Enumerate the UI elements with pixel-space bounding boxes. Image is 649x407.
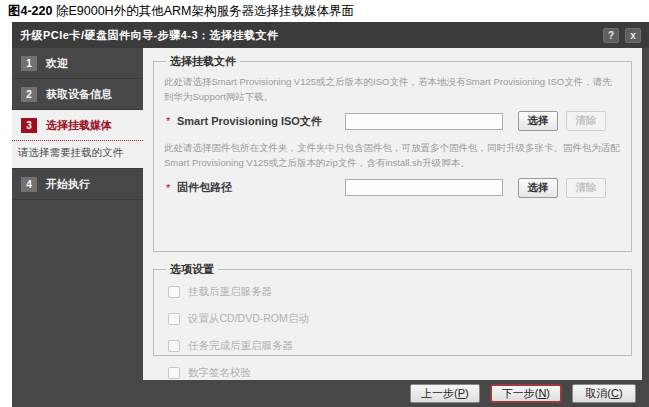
- button-text: ): [619, 387, 623, 399]
- dialog-body: 1 欢迎 2 获取设备信息 3 选择挂载媒体 请选择需要挂载的文件 4 开始执行…: [12, 48, 649, 380]
- iso-file-input[interactable]: [345, 113, 503, 130]
- wizard-step-select-media[interactable]: 3 选择挂载媒体: [12, 110, 143, 141]
- button-text: 下一步(: [502, 387, 539, 399]
- step-label: 欢迎: [46, 56, 68, 71]
- step-number-badge: 4: [21, 177, 37, 192]
- dialog-titlebar: 升级PCIe卡/硬盘固件向导-步骤4-3：选择挂载文件 ? x: [12, 22, 649, 48]
- figure-caption: 图4-220 除E9000H外的其他ARM架构服务器选择挂载媒体界面: [8, 3, 354, 20]
- wizard-steps-sidebar: 1 欢迎 2 获取设备信息 3 选择挂载媒体 请选择需要挂载的文件 4 开始执行: [12, 48, 143, 380]
- button-text: ): [546, 387, 550, 399]
- button-accesskey: C: [611, 387, 619, 399]
- option-label: 数字签名校验: [188, 366, 251, 380]
- firmware-path-label: 固件包路径: [177, 180, 345, 195]
- step-number-badge: 2: [21, 87, 37, 102]
- button-text: ): [465, 387, 469, 399]
- required-mark: *: [164, 115, 177, 127]
- button-text: 上一步(: [421, 387, 458, 399]
- checkbox-icon[interactable]: [168, 313, 180, 325]
- iso-select-button[interactable]: 选择: [518, 111, 558, 131]
- previous-step-button[interactable]: 上一步(P): [410, 384, 480, 403]
- option-boot-from-cdrom: 设置从CD/DVD-ROM启动: [168, 312, 621, 326]
- iso-clear-button: 清除: [566, 111, 606, 131]
- figure-number: 图4-220: [8, 4, 52, 18]
- close-icon[interactable]: x: [625, 28, 641, 43]
- option-digital-signature: 数字签名校验: [168, 366, 621, 380]
- option-label: 任务完成后重启服务器: [188, 339, 293, 353]
- wizard-step-device-info[interactable]: 2 获取设备信息: [12, 79, 143, 110]
- step-number-badge: 1: [21, 56, 37, 71]
- wizard-step-welcome[interactable]: 1 欢迎: [12, 48, 143, 79]
- checkbox-icon[interactable]: [168, 340, 180, 352]
- option-restart-after-mount: 挂载后重启服务器: [168, 285, 621, 299]
- option-label: 挂载后重启服务器: [188, 285, 272, 299]
- option-restart-after-task: 任务完成后重启服务器: [168, 339, 621, 353]
- select-mount-file-group: 选择挂载文件 此处请选择Smart Provisioning V125或之后版本…: [153, 54, 632, 252]
- active-step-description: 请选择需要挂载的文件: [12, 141, 143, 169]
- upgrade-wizard-dialog: 升级PCIe卡/硬盘固件向导-步骤4-3：选择挂载文件 ? x 1 欢迎 2 获…: [12, 22, 649, 407]
- firmware-path-row: * 固件包路径 选择 清除: [164, 178, 621, 198]
- checkbox-icon[interactable]: [168, 286, 180, 298]
- step-label: 选择挂载媒体: [46, 118, 112, 133]
- iso-hint-text: 此处请选择Smart Provisioning V125或之后版本的ISO文件，…: [164, 75, 621, 104]
- main-content-panel: 选择挂载文件 此处请选择Smart Provisioning V125或之后版本…: [143, 48, 642, 380]
- step-label: 开始执行: [46, 177, 90, 192]
- checkbox-icon[interactable]: [168, 367, 180, 379]
- wizard-step-execute[interactable]: 4 开始执行: [12, 169, 143, 200]
- iso-file-row: * Smart Provisioning ISO文件 选择 清除: [164, 111, 621, 131]
- cancel-button[interactable]: 取消(C): [572, 384, 636, 403]
- step-label: 获取设备信息: [46, 87, 112, 102]
- firmware-path-input[interactable]: [345, 179, 503, 196]
- iso-file-label: Smart Provisioning ISO文件: [177, 114, 345, 129]
- step-number-badge: 3: [21, 118, 37, 133]
- button-accesskey: P: [458, 387, 465, 399]
- dialog-footer: 上一步(P) 下一步(N) 取消(C): [12, 380, 649, 407]
- firmware-select-button[interactable]: 选择: [518, 178, 558, 198]
- button-text: 取消(: [585, 387, 611, 399]
- option-label: 设置从CD/DVD-ROM启动: [188, 312, 309, 326]
- figure-title: 除E9000H外的其他ARM架构服务器选择挂载媒体界面: [52, 4, 353, 18]
- help-icon[interactable]: ?: [603, 28, 619, 43]
- option-settings-group: 选项设置 挂载后重启服务器 设置从CD/DVD-ROM启动 任务完成后重启服务器…: [153, 262, 632, 356]
- firmware-hint-text: 此处请选择固件包所在文件夹，文件夹中只包含固件包，可放置多个固件包，同时升级多张…: [164, 141, 621, 170]
- required-mark: *: [164, 182, 177, 194]
- select-mount-file-group-title: 选择挂载文件: [166, 54, 240, 69]
- dialog-title: 升级PCIe卡/硬盘固件向导-步骤4-3：选择挂载文件: [20, 28, 597, 43]
- option-settings-group-title: 选项设置: [166, 262, 218, 277]
- firmware-clear-button: 清除: [566, 178, 606, 198]
- next-step-button[interactable]: 下一步(N): [490, 384, 562, 403]
